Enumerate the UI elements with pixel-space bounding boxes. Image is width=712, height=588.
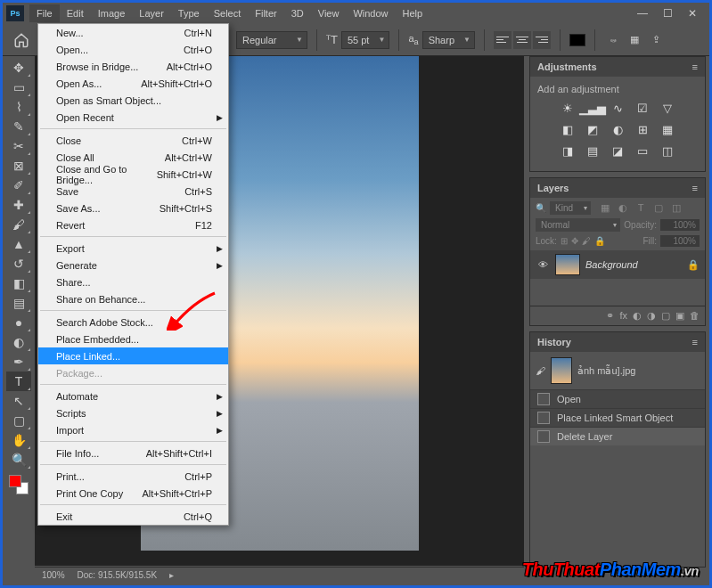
history-item[interactable]: Delete Layer: [530, 427, 705, 445]
align-center-button[interactable]: [513, 31, 531, 49]
rectangle-tool[interactable]: ▢: [6, 411, 31, 430]
lock-all-icon[interactable]: ⊞: [561, 236, 568, 246]
hand-tool[interactable]: ✋: [6, 430, 31, 450]
menu-window[interactable]: Window: [346, 4, 395, 22]
menu-layer[interactable]: Layer: [132, 4, 171, 22]
lock-position-icon[interactable]: ✥: [571, 236, 578, 246]
bw-icon[interactable]: ◩: [583, 121, 602, 137]
menu-help[interactable]: Help: [396, 4, 430, 22]
selective-color-icon[interactable]: ◫: [658, 143, 677, 159]
history-item[interactable]: Open: [530, 389, 705, 408]
eyedropper-tool[interactable]: ✐: [6, 176, 31, 195]
healing-tool[interactable]: ✚: [6, 195, 31, 215]
blur-tool[interactable]: ●: [6, 313, 31, 332]
menu-item-place-linked[interactable]: Place Linked...: [38, 347, 228, 364]
zoom-tool[interactable]: 🔍: [6, 450, 31, 470]
brush-tool[interactable]: 🖌: [6, 215, 31, 234]
pen-tool[interactable]: ✒: [6, 352, 31, 372]
menu-type[interactable]: Type: [171, 4, 207, 22]
marquee-tool[interactable]: ▭: [6, 78, 31, 97]
menu-image[interactable]: Image: [91, 4, 133, 22]
fill-field[interactable]: 100%: [660, 235, 700, 247]
link-layers-icon[interactable]: ⚭: [606, 310, 614, 322]
menu-filter[interactable]: Filter: [248, 4, 283, 22]
blend-mode-dropdown[interactable]: Normal▾: [536, 218, 620, 232]
minimize-button[interactable]: —: [636, 7, 649, 20]
posterize-icon[interactable]: ▤: [583, 143, 602, 159]
gradient-map-icon[interactable]: ▭: [633, 143, 652, 159]
menu-item-import[interactable]: Import▶: [38, 421, 228, 438]
zoom-level[interactable]: 100%: [42, 570, 65, 580]
lasso-tool[interactable]: ⌇: [6, 97, 31, 117]
brightness-icon[interactable]: ☀: [558, 100, 577, 116]
menu-item-save-as[interactable]: Save As...Shift+Ctrl+S: [38, 200, 228, 216]
layer-kind-dropdown[interactable]: Kind▾: [550, 201, 591, 215]
text-color-swatch[interactable]: [569, 34, 585, 46]
panel-menu-icon[interactable]: ≡: [692, 183, 698, 193]
menu-item-search-adobe-stock[interactable]: Search Adobe Stock...: [38, 314, 228, 331]
warp-text-button[interactable]: ⎃: [604, 35, 622, 45]
color-picker[interactable]: [9, 475, 29, 494]
delete-layer-icon[interactable]: 🗑: [690, 310, 700, 322]
menu-item-close[interactable]: CloseCtrl+W: [38, 132, 228, 149]
menu-item-revert[interactable]: RevertF12: [38, 216, 228, 233]
menu-item-share-on-behance[interactable]: Share on Behance...: [38, 290, 228, 307]
channel-mixer-icon[interactable]: ⊞: [633, 121, 652, 137]
new-layer-icon[interactable]: ▣: [675, 310, 684, 322]
gradient-tool[interactable]: ▤: [6, 293, 31, 313]
panel-menu-icon[interactable]: ≡: [692, 337, 698, 347]
antialias-dropdown[interactable]: Sharp▼: [422, 31, 475, 49]
crop-tool[interactable]: ✂: [6, 136, 31, 156]
filter-smart-icon[interactable]: ◫: [669, 202, 683, 214]
opacity-field[interactable]: 100%: [660, 219, 700, 231]
font-size-dropdown[interactable]: 55 pt▼: [341, 31, 389, 49]
curves-icon[interactable]: ∿: [608, 100, 627, 116]
dodge-tool[interactable]: ◐: [6, 332, 31, 352]
quick-select-tool[interactable]: ✎: [6, 117, 31, 136]
menu-item-print-one-copy[interactable]: Print One CopyAlt+Shift+Ctrl+P: [38, 485, 228, 502]
share-button[interactable]: ⇪: [647, 34, 665, 45]
lock-icon[interactable]: 🔒: [594, 236, 605, 246]
history-snapshot-thumb[interactable]: [551, 357, 572, 384]
menu-item-scripts[interactable]: Scripts▶: [38, 404, 228, 421]
menu-item-print[interactable]: Print...Ctrl+P: [38, 468, 228, 485]
menu-item-place-embedded[interactable]: Place Embedded...: [38, 331, 228, 347]
history-item[interactable]: Place Linked Smart Object: [530, 408, 705, 427]
menu-item-close-and-go-to-bridge[interactable]: Close and Go to Bridge...Shift+Ctrl+W: [38, 166, 228, 183]
menu-item-open-recent[interactable]: Open Recent▶: [38, 109, 228, 126]
filter-shape-icon[interactable]: ▢: [651, 202, 666, 214]
menu-item-open-as[interactable]: Open As...Alt+Shift+Ctrl+O: [38, 75, 228, 92]
menu-3d[interactable]: 3D: [284, 4, 311, 22]
invert-icon[interactable]: ◨: [558, 143, 577, 159]
menu-item-generate[interactable]: Generate▶: [38, 257, 228, 274]
align-right-button[interactable]: [533, 31, 551, 49]
photo-filter-icon[interactable]: ◐: [608, 121, 627, 137]
vibrance-icon[interactable]: ▽: [658, 100, 677, 116]
filter-adjust-icon[interactable]: ◐: [616, 202, 630, 214]
menu-item-save[interactable]: SaveCtrl+S: [38, 183, 228, 200]
filter-type-icon[interactable]: T: [634, 202, 648, 214]
color-lookup-icon[interactable]: ▦: [658, 121, 677, 137]
menu-item-open-as-smart-object[interactable]: Open as Smart Object...: [38, 92, 228, 109]
home-icon[interactable]: [10, 29, 33, 52]
menu-item-browse-in-bridge[interactable]: Browse in Bridge...Alt+Ctrl+O: [38, 58, 228, 75]
menu-item-automate[interactable]: Automate▶: [38, 388, 228, 404]
status-menu-icon[interactable]: ▸: [169, 570, 174, 580]
adjustment-layer-icon[interactable]: ◑: [647, 310, 656, 322]
menu-select[interactable]: Select: [207, 4, 249, 22]
exposure-icon[interactable]: ☑: [633, 100, 652, 116]
font-weight-dropdown[interactable]: Regular▼: [236, 31, 307, 49]
menu-item-file-info[interactable]: File Info...Alt+Shift+Ctrl+I: [38, 445, 228, 461]
filter-pixel-icon[interactable]: ▦: [598, 202, 612, 214]
lock-pixels-icon[interactable]: 🖌: [582, 236, 591, 246]
search-icon[interactable]: 🔍: [536, 203, 546, 213]
layer-row[interactable]: 👁 Background 🔒: [530, 250, 705, 279]
panel-toggle-button[interactable]: ▦: [626, 34, 643, 45]
frame-tool[interactable]: ⊠: [6, 156, 31, 176]
menu-file[interactable]: File: [29, 4, 60, 22]
group-icon[interactable]: ▢: [661, 310, 670, 322]
levels-icon[interactable]: ▁▃▅: [583, 100, 602, 116]
type-tool[interactable]: T: [6, 372, 31, 391]
panel-menu-icon[interactable]: ≡: [692, 61, 698, 72]
maximize-button[interactable]: ☐: [661, 7, 674, 20]
